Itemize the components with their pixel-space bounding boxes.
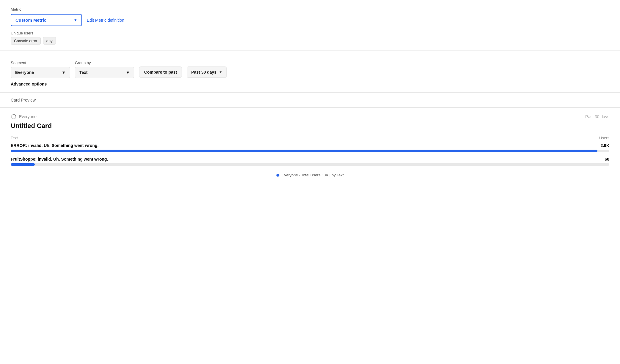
bar-container-0 bbox=[11, 150, 609, 152]
bar-fill-0 bbox=[11, 150, 597, 152]
data-item-row-1: FruitShoppe: invalid. Uh. Something went… bbox=[11, 157, 609, 162]
group-by-label: Group by bbox=[75, 61, 134, 65]
past-days-chevron-down-icon: ▼ bbox=[219, 70, 222, 74]
past-days-label: Past 30 days bbox=[191, 70, 216, 75]
metric-section: Metric Custom Metric ▼ Edit Metric defin… bbox=[0, 0, 620, 51]
card-preview-header: Card Preview bbox=[0, 93, 620, 107]
metric-row: Custom Metric ▼ Edit Metric definition bbox=[11, 14, 609, 26]
card-preview-body: Everyone Past 30 days Untitled Card Text… bbox=[0, 108, 620, 186]
group-by-group: Group by Text ▼ bbox=[75, 61, 134, 78]
metric-select-dropdown[interactable]: Custom Metric ▼ bbox=[11, 14, 82, 26]
data-item-row-0: ERROR: invalid. Uh. Something went wrong… bbox=[11, 143, 609, 148]
metric-label: Metric bbox=[11, 7, 609, 12]
card-title: Untitled Card bbox=[11, 122, 609, 130]
data-item-value-1: 60 bbox=[605, 157, 609, 162]
legend-text: Everyone · Total Users : 3K | by Text bbox=[282, 173, 344, 177]
segment-group: Segment Everyone ▼ bbox=[11, 61, 70, 78]
unique-users-label: Unique users bbox=[11, 31, 609, 35]
data-item-value-0: 2.9K bbox=[600, 143, 609, 148]
metric-select-text: Custom Metric bbox=[15, 18, 46, 23]
past-days-dropdown[interactable]: Past 30 days ▼ bbox=[187, 67, 227, 78]
data-section: Text Users ERROR: invalid. Uh. Something… bbox=[11, 136, 609, 166]
segment-label: Segment bbox=[11, 61, 70, 65]
group-by-value: Text bbox=[79, 70, 88, 75]
card-everyone-label: Everyone bbox=[19, 114, 37, 119]
segment-value: Everyone bbox=[15, 70, 34, 75]
bar-fill-1 bbox=[11, 163, 35, 166]
any-tag: any bbox=[43, 37, 56, 45]
group-by-dropdown[interactable]: Text ▼ bbox=[75, 67, 134, 78]
users-column-header: Users bbox=[599, 136, 609, 140]
data-item-label-0: ERROR: invalid. Uh. Something went wrong… bbox=[11, 143, 99, 148]
bar-container-1 bbox=[11, 163, 609, 166]
compare-to-past-button[interactable]: Compare to past bbox=[139, 67, 182, 78]
console-error-tag: Console error bbox=[11, 37, 41, 45]
segment-dropdown[interactable]: Everyone ▼ bbox=[11, 67, 70, 78]
data-item-label-1: FruitShoppe: invalid. Uh. Something went… bbox=[11, 157, 108, 162]
metric-chevron-down-icon: ▼ bbox=[74, 18, 77, 22]
tags-row: Console error any bbox=[11, 37, 609, 45]
card-everyone-row: Everyone bbox=[11, 114, 37, 120]
segment-row: Segment Everyone ▼ Group by Text ▼ Compa… bbox=[11, 61, 609, 78]
legend-row: Everyone · Total Users : 3K | by Text bbox=[11, 173, 609, 177]
text-column-header: Text bbox=[11, 136, 18, 140]
group-by-chevron-down-icon: ▼ bbox=[126, 70, 130, 75]
loading-spinner-icon bbox=[11, 114, 17, 120]
advanced-options-toggle[interactable]: Advanced options bbox=[11, 82, 609, 86]
segment-chevron-down-icon: ▼ bbox=[62, 70, 66, 75]
card-past-days-label: Past 30 days bbox=[585, 114, 609, 119]
legend-dot bbox=[276, 174, 279, 177]
edit-metric-link[interactable]: Edit Metric definition bbox=[87, 18, 124, 23]
segment-section: Segment Everyone ▼ Group by Text ▼ Compa… bbox=[0, 51, 620, 93]
data-item-0: ERROR: invalid. Uh. Something went wrong… bbox=[11, 143, 609, 152]
data-item-1: FruitShoppe: invalid. Uh. Something went… bbox=[11, 157, 609, 166]
data-header-row: Text Users bbox=[11, 136, 609, 140]
card-header-row: Everyone Past 30 days bbox=[11, 114, 609, 120]
